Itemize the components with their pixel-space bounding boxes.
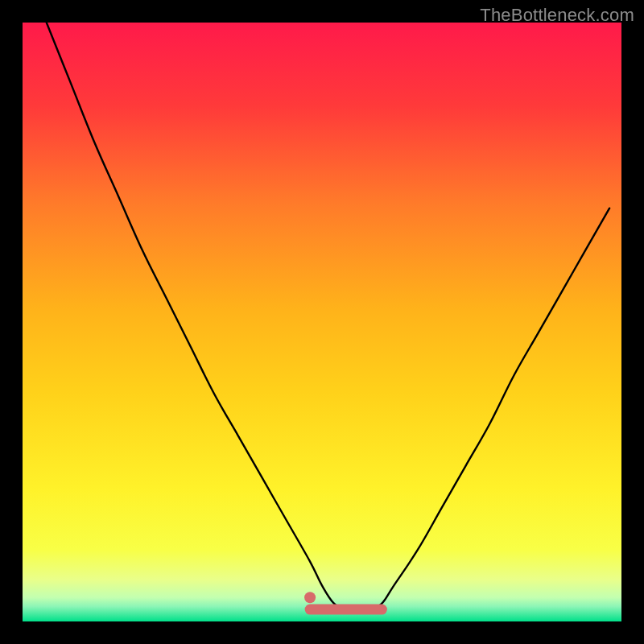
optimal-marker-dot xyxy=(304,592,316,603)
bottleneck-chart xyxy=(23,23,621,621)
gradient-background xyxy=(23,23,621,621)
chart-frame xyxy=(23,23,621,621)
watermark-text: TheBottleneck.com xyxy=(480,5,634,26)
